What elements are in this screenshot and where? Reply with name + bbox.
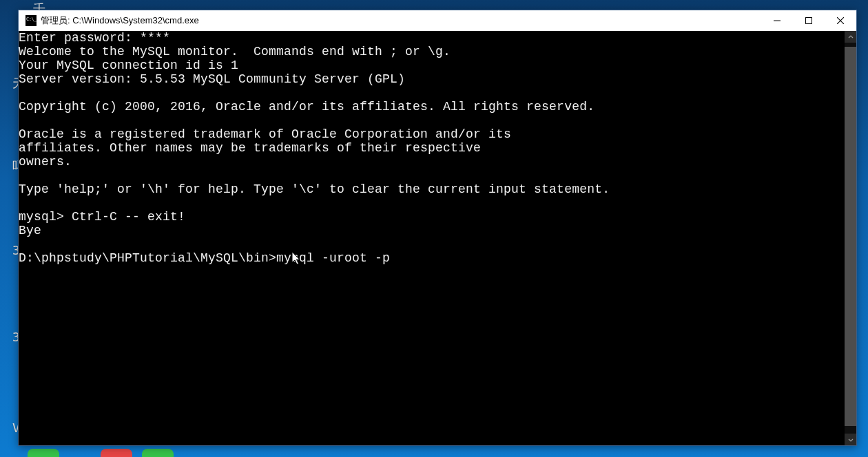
window-title: 管理员: C:\Windows\System32\cmd.exe (41, 14, 761, 27)
terminal-line: mysql> Ctrl-C -- exit! (19, 210, 843, 224)
terminal-line (19, 114, 843, 127)
cmd-window: 管理员: C:\Windows\System32\cmd.exe Enter p… (18, 10, 857, 446)
terminal-line: Your MySQL connection id is 1 (19, 59, 843, 72)
scroll-down-button[interactable] (845, 434, 856, 445)
chevron-down-icon (848, 437, 854, 443)
close-button[interactable] (825, 10, 856, 31)
taskbar-pill (101, 449, 132, 457)
vertical-scrollbar[interactable] (845, 31, 856, 445)
terminal-line: D:\phpstudy\PHPTutorial\MySQL\bin>mysql … (19, 251, 843, 265)
terminal-line: Enter password: **** (19, 31, 843, 45)
terminal-line: affiliates. Other names may be trademark… (19, 141, 843, 155)
terminal-line (19, 196, 843, 210)
minimize-icon (774, 17, 781, 24)
svg-rect-0 (806, 18, 812, 24)
terminal-line (19, 169, 843, 182)
minimize-button[interactable] (761, 10, 793, 31)
terminal-line: Server version: 5.5.53 MySQL Community S… (19, 72, 843, 86)
terminal-output[interactable]: Enter password: ****Welcome to the MySQL… (19, 31, 845, 445)
chevron-up-icon (848, 34, 854, 40)
terminal-line: Bye (19, 224, 843, 237)
close-icon (837, 17, 844, 24)
titlebar[interactable]: 管理员: C:\Windows\System32\cmd.exe (19, 10, 856, 31)
terminal-line: Welcome to the MySQL monitor. Commands e… (19, 45, 843, 59)
terminal-line: Copyright (c) 2000, 2016, Oracle and/or … (19, 100, 843, 114)
scrollbar-thumb[interactable] (845, 47, 856, 426)
maximize-icon (805, 17, 812, 24)
terminal-line: owners. (19, 155, 843, 169)
scroll-up-button[interactable] (845, 31, 856, 43)
maximize-button[interactable] (793, 10, 825, 31)
taskbar-pill (142, 449, 174, 457)
window-controls (761, 10, 856, 31)
cmd-icon (25, 15, 37, 26)
terminal-line: Type 'help;' or '\h' for help. Type '\c'… (19, 182, 843, 196)
terminal-line (19, 237, 843, 251)
scrollbar-track[interactable] (845, 43, 856, 434)
taskbar-pill (28, 449, 59, 457)
terminal-line: Oracle is a registered trademark of Orac… (19, 127, 843, 141)
terminal-line (19, 86, 843, 100)
